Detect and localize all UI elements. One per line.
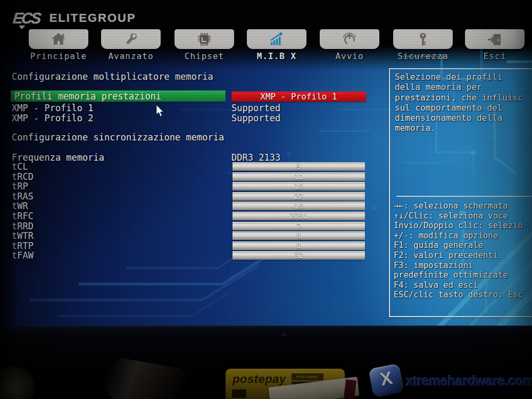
tab-avanzato[interactable] <box>101 29 161 49</box>
key-icon <box>415 31 431 47</box>
torn-paper <box>344 379 356 399</box>
tab-chipset[interactable] <box>174 29 234 49</box>
tab-mib-x[interactable] <box>247 29 306 49</box>
help-panel: Selezione dei profili della memoria per … <box>389 68 532 317</box>
ecs-logo-text: ELITEGROUP <box>49 11 136 25</box>
menu-row-xmp1-label[interactable]: XMP - Profilo 1 <box>12 103 94 113</box>
section-title-multiplier: Configurazione moltiplicatore memoria <box>12 71 213 82</box>
timing-label[interactable]: tRAS <box>12 191 34 202</box>
monitor-photo: ECS ELITEGROUP <box>0 0 532 399</box>
timing-label[interactable]: tFAW <box>12 250 34 261</box>
bios-screen: ECS ELITEGROUP <box>0 0 532 326</box>
timing-label[interactable]: tWR <box>12 201 28 211</box>
tab-label-principale[interactable]: Principale <box>23 51 94 61</box>
watermark-site-text: xtremehardware.com <box>406 373 532 389</box>
tab-principale[interactable] <box>29 29 88 49</box>
timing-value-field[interactable]: 8 <box>232 231 365 240</box>
ecs-logo-mark: ECS <box>12 10 40 27</box>
timing-value-field[interactable]: 8 <box>232 242 365 250</box>
table-row: tRFC2731 <box>0 211 372 221</box>
timing-value-field[interactable]: 16 <box>232 202 365 210</box>
tab-esci[interactable] <box>465 29 525 49</box>
timing-value-field[interactable]: 2731 <box>232 212 365 220</box>
help-description: Selezione dei profili della memoria per … <box>395 72 523 134</box>
timing-value-field[interactable]: 27 <box>232 192 365 201</box>
selected-row-value[interactable]: XMP - Profilo 1 <box>231 92 366 102</box>
tab-label-mib-x[interactable]: M.I.B X <box>242 51 312 61</box>
memory-timings-table: tCL9 tRCD11 tRP10 tRAS27 tWR16 tRFC2731 … <box>0 161 372 260</box>
watermark: X xtremehardware.com <box>371 365 520 397</box>
timing-value-field[interactable]: 11 <box>232 172 365 181</box>
chart-icon <box>269 31 285 47</box>
timing-value-field[interactable]: 32 <box>232 251 365 260</box>
tab-label-avanzato[interactable]: Avanzato <box>96 51 166 61</box>
tab-label-chipset[interactable]: Chipset <box>169 51 239 61</box>
menu-row-profili-memoria[interactable]: Profili memoria prestazioni <box>11 90 226 102</box>
tab-label-esci[interactable]: Esci <box>460 51 530 61</box>
monitor-detail <box>281 333 286 336</box>
help-panel-divider <box>396 196 532 197</box>
postamat-badge: POSTAMAT <box>292 373 323 380</box>
timing-label[interactable]: tRCD <box>12 171 34 182</box>
table-row: tRCD11 <box>0 171 372 181</box>
menu-row-xmp2-label[interactable]: XMP - Profilo 2 <box>12 113 94 123</box>
tab-avvio[interactable] <box>320 29 379 49</box>
ecs-logo: ECS ELITEGROUP <box>13 10 136 27</box>
timing-value-field[interactable]: 9 <box>232 162 365 171</box>
timing-label[interactable]: tWTR <box>12 230 34 241</box>
tab-sicurezza[interactable] <box>393 29 453 49</box>
power-icon <box>342 31 358 47</box>
table-row: tFAW32 <box>0 250 372 260</box>
hotkey-legend: →←: seleziona schermata ↑↓/Clic: selezio… <box>394 201 532 300</box>
table-row: tRAS27 <box>0 191 372 201</box>
menu-row-xmp2-value: Supported <box>231 113 280 123</box>
timing-label[interactable]: tRRD <box>12 221 34 231</box>
timing-label[interactable]: tRTP <box>12 240 34 251</box>
menu-row-xmp1-value: Supported <box>231 103 280 113</box>
timing-value-field[interactable]: 7 <box>232 222 365 230</box>
tab-label-sicurezza[interactable]: Sicurezza <box>388 51 458 61</box>
table-row: tWR16 <box>0 201 372 211</box>
section-title-sync: Configurazione sincronizzazione memoria <box>12 132 224 143</box>
table-row: tRRD7 <box>0 221 372 231</box>
timing-value-field[interactable]: 10 <box>232 182 365 190</box>
table-row: tCL9 <box>0 161 372 171</box>
table-row: tRP10 <box>0 181 372 191</box>
card-chip <box>232 389 246 398</box>
chip-icon <box>196 31 212 47</box>
table-row: tRTP8 <box>0 240 372 251</box>
selected-row-label: Profili memoria prestazioni <box>14 91 161 102</box>
tab-label-avvio[interactable]: Avvio <box>314 51 385 61</box>
table-row: tWTR8 <box>0 230 372 240</box>
postepay-brand-text: postepay <box>232 372 286 386</box>
timing-label[interactable]: tRP <box>12 181 28 192</box>
wrench-icon <box>123 31 139 47</box>
timing-label[interactable]: tRFC <box>12 211 34 221</box>
timing-label[interactable]: tCL <box>12 161 28 172</box>
mouse-cursor <box>156 104 165 118</box>
exit-icon <box>487 31 503 47</box>
home-icon <box>51 31 66 47</box>
